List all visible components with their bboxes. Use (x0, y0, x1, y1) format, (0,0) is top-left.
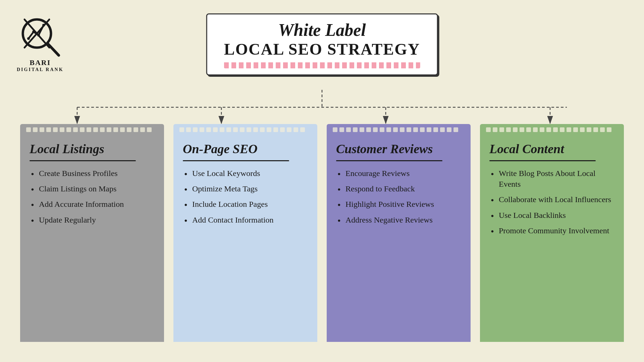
tape-dots-purple (330, 126, 467, 134)
tape-dot (253, 127, 258, 132)
tape-dot (293, 127, 298, 132)
torn-bottom-green (480, 333, 624, 343)
tape-dot (393, 127, 398, 132)
tape-dot (66, 127, 71, 132)
tape-dot (193, 127, 198, 132)
tape-dot (593, 127, 598, 132)
card-list-local-listings: Create Business Profiles Claim Listings … (30, 168, 155, 226)
card-local-content: Local Content Write Blog Posts About Loc… (480, 124, 624, 342)
list-item: Use Local Backlinks (489, 210, 614, 221)
tape-dot (386, 127, 391, 132)
card-divider (336, 160, 442, 161)
tape-dot (400, 127, 405, 132)
main-title-box: White Label LOCAL SEO STRATEGY (206, 13, 438, 75)
card-title-local-listings: Local Listings (30, 141, 155, 157)
title-line2: LOCAL SEO STRATEGY (224, 40, 420, 59)
tape-dot (413, 127, 418, 132)
tape-dot (127, 127, 131, 132)
tape-dot (407, 127, 411, 132)
tape-dot (440, 127, 445, 132)
tape-dot (53, 127, 58, 132)
tape-dot (360, 127, 364, 132)
list-item: Write Blog Posts About Local Events (489, 168, 614, 190)
tape-dot (493, 127, 497, 132)
card-divider (183, 160, 289, 161)
card-list-customer-reviews: Encourage Reviews Respond to Feedback Hi… (336, 168, 461, 226)
list-item: Include Location Pages (183, 199, 308, 209)
list-item: Claim Listings on Maps (30, 183, 155, 194)
tape-dot (240, 127, 245, 132)
tape-dot (546, 127, 551, 132)
svg-point-2 (27, 37, 30, 40)
tape-dot (580, 127, 585, 132)
tape-dot (373, 127, 378, 132)
tape-dot (353, 127, 358, 132)
tape-top-green (480, 124, 624, 134)
list-item: Optimize Meta Tags (183, 183, 308, 194)
tape-dot (447, 127, 451, 132)
tape-dot (213, 127, 218, 132)
tape-dot (380, 127, 384, 132)
card-title-on-page-seo: On-Page SEO (183, 141, 308, 157)
list-item: Collaborate with Local Influencers (489, 194, 614, 205)
list-item: Highlight Positive Reviews (336, 199, 461, 209)
tape-dot (533, 127, 538, 132)
tape-dot (526, 127, 531, 132)
list-item: Add Contact Information (183, 215, 308, 225)
tape-dot (513, 127, 518, 132)
tape-dots-blue (177, 126, 314, 134)
brand-subtitle: DIGITAL RANK (17, 67, 64, 72)
tape-dot (186, 127, 191, 132)
tape-dot (206, 127, 211, 132)
title-stripe (224, 62, 420, 68)
tape-dot (600, 127, 605, 132)
tape-top-blue (173, 124, 317, 134)
tape-dot (100, 127, 105, 132)
tape-dot (26, 127, 31, 132)
svg-line-1 (48, 44, 59, 55)
tape-dot (587, 127, 591, 132)
tape-dot (233, 127, 238, 132)
tape-dot (147, 127, 152, 132)
tape-dot (107, 127, 111, 132)
tape-dot (120, 127, 125, 132)
card-local-listings: Local Listings Create Business Profiles … (20, 124, 164, 342)
card-customer-reviews: Customer Reviews Encourage Reviews Respo… (327, 124, 471, 342)
tape-dots-green (483, 126, 621, 134)
cards-container: Local Listings Create Business Profiles … (20, 124, 624, 342)
tape-dot (573, 127, 578, 132)
logo-icon (18, 13, 62, 57)
tape-dot (260, 127, 265, 132)
tape-dot (73, 127, 78, 132)
tape-dot (87, 127, 91, 132)
list-item: Add Accurate Information (30, 199, 155, 209)
tape-dot (300, 127, 305, 132)
tape-dot (60, 127, 64, 132)
card-list-on-page-seo: Use Local Keywords Optimize Meta Tags In… (183, 168, 308, 226)
card-divider (489, 160, 596, 161)
tape-dot (540, 127, 544, 132)
tape-dot (433, 127, 438, 132)
tape-dot (287, 127, 291, 132)
card-green-body: Local Content Write Blog Posts About Loc… (480, 134, 624, 342)
tape-dot (486, 127, 491, 132)
list-item: Promote Community Involvement (489, 225, 614, 236)
card-title-local-content: Local Content (489, 141, 614, 157)
card-blue-body: On-Page SEO Use Local Keywords Optimize … (173, 134, 317, 342)
tape-dot (333, 127, 337, 132)
torn-bottom-blue (173, 333, 317, 343)
tape-dot (567, 127, 571, 132)
list-item: Address Negative Reviews (336, 215, 461, 225)
tape-dot (366, 127, 371, 132)
card-list-local-content: Write Blog Posts About Local Events Coll… (489, 168, 614, 236)
list-item: Respond to Feedback (336, 183, 461, 194)
tape-dot (93, 127, 98, 132)
tape-dot (553, 127, 558, 132)
tape-dot (113, 127, 118, 132)
card-divider (30, 160, 136, 161)
tape-dot (453, 127, 458, 132)
tape-dot (280, 127, 285, 132)
tape-dot (520, 127, 524, 132)
tape-top-purple (327, 124, 471, 134)
tape-dot (499, 127, 504, 132)
